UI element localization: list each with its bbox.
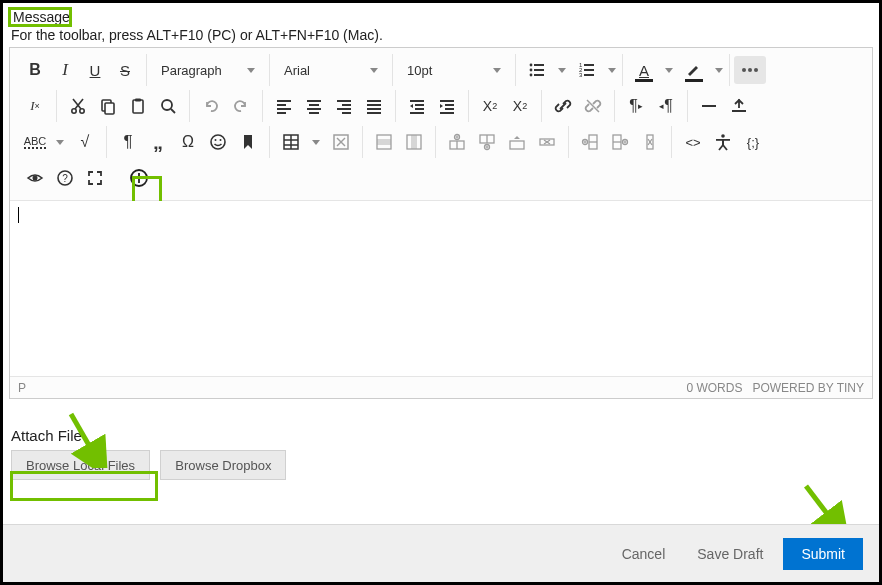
svg-rect-10 (584, 64, 594, 66)
redo-button[interactable] (226, 92, 256, 120)
svg-point-102 (33, 176, 38, 181)
svg-point-16 (748, 68, 752, 72)
svg-point-26 (162, 100, 172, 110)
bookmark-button[interactable] (233, 128, 263, 156)
editor-textarea[interactable] (10, 201, 872, 376)
delete-table-button[interactable] (326, 128, 356, 156)
insert-row-above-button[interactable] (442, 128, 472, 156)
svg-rect-32 (307, 100, 321, 102)
svg-rect-54 (702, 105, 716, 107)
special-char-button[interactable]: Ω (173, 128, 203, 156)
spellcheck-button[interactable]: ABC (20, 128, 50, 156)
align-center-button[interactable] (299, 92, 329, 120)
align-left-button[interactable] (269, 92, 299, 120)
paragraph-mark-button[interactable]: ¶ (113, 128, 143, 156)
svg-rect-49 (445, 104, 454, 106)
table-row-button[interactable] (369, 128, 399, 156)
help-button[interactable]: ? (50, 164, 80, 192)
delete-row-button[interactable] (532, 128, 562, 156)
footer-bar: Cancel Save Draft Submit (3, 524, 879, 582)
fullscreen-button[interactable] (80, 164, 110, 192)
number-list-button[interactable]: 123 (572, 56, 602, 84)
code-button[interactable]: <> (678, 128, 708, 156)
svg-rect-68 (411, 135, 417, 149)
link-button[interactable] (548, 92, 578, 120)
paragraph-select[interactable]: Paragraph (153, 56, 263, 84)
formula-button[interactable]: √ (70, 128, 100, 156)
text-color-button[interactable]: A (629, 56, 659, 84)
rtl-button[interactable]: ◂¶ (651, 92, 681, 120)
insert-col-right-button[interactable] (605, 128, 635, 156)
font-size-select[interactable]: 10pt (399, 56, 509, 84)
svg-point-17 (754, 68, 758, 72)
svg-rect-34 (307, 108, 321, 110)
italic-button[interactable]: I (50, 56, 80, 84)
indent-button[interactable] (432, 92, 462, 120)
text-cursor (18, 207, 19, 223)
save-draft-button[interactable]: Save Draft (685, 538, 775, 570)
delete-col-button[interactable] (635, 128, 665, 156)
find-button[interactable] (153, 92, 183, 120)
svg-point-3 (530, 64, 533, 67)
strikethrough-button[interactable]: S (110, 56, 140, 84)
paste-button[interactable] (123, 92, 153, 120)
cut-button[interactable] (63, 92, 93, 120)
browse-local-files-button[interactable]: Browse Local Files (11, 450, 150, 480)
preview-button[interactable] (20, 164, 50, 192)
insert-row-below-button[interactable] (472, 128, 502, 156)
highlight-color-caret[interactable] (715, 68, 723, 73)
svg-point-15 (742, 68, 746, 72)
underline-button[interactable]: U (80, 56, 110, 84)
text-color-caret[interactable] (665, 68, 673, 73)
bullet-list-button[interactable] (522, 56, 552, 84)
svg-rect-50 (445, 108, 454, 110)
copy-button[interactable] (93, 92, 123, 120)
browse-dropbox-button[interactable]: Browse Dropbox (160, 450, 286, 480)
svg-rect-35 (309, 112, 319, 114)
ltr-button[interactable]: ¶▸ (621, 92, 651, 120)
svg-rect-55 (732, 110, 746, 112)
bold-button[interactable]: B (20, 56, 50, 84)
bullet-list-caret[interactable] (558, 68, 566, 73)
table-button[interactable] (276, 128, 306, 156)
cancel-button[interactable]: Cancel (610, 538, 678, 570)
emoji-button[interactable] (203, 128, 233, 156)
svg-rect-43 (367, 112, 381, 114)
svg-rect-33 (309, 104, 319, 106)
hr-button[interactable] (694, 92, 724, 120)
more-button[interactable] (734, 56, 766, 84)
font-size-label: 10pt (407, 63, 432, 78)
svg-point-7 (530, 74, 533, 77)
table-col-button[interactable] (399, 128, 429, 156)
unlink-button[interactable] (578, 92, 608, 120)
spellcheck-caret[interactable] (56, 140, 64, 145)
svg-rect-6 (534, 69, 544, 71)
outdent-button[interactable] (402, 92, 432, 120)
svg-line-27 (171, 109, 175, 113)
svg-rect-37 (342, 104, 351, 106)
add-content-button[interactable] (124, 164, 154, 192)
number-list-caret[interactable] (608, 68, 616, 73)
font-family-select[interactable]: Arial (276, 56, 386, 84)
submit-button[interactable]: Submit (783, 538, 863, 570)
table-caret[interactable] (312, 140, 320, 145)
highlight-color-button[interactable] (679, 56, 709, 84)
insert-col-left-button[interactable] (575, 128, 605, 156)
accessibility-button[interactable] (708, 128, 738, 156)
clear-format-button[interactable]: I× (20, 92, 50, 120)
subscript-button[interactable]: X2 (505, 92, 535, 120)
svg-rect-14 (584, 74, 594, 76)
powered-by: POWERED BY TINY (752, 381, 864, 395)
align-right-button[interactable] (329, 92, 359, 120)
undo-button[interactable] (196, 92, 226, 120)
rich-text-editor: B I U S Paragraph Arial 1 (9, 47, 873, 399)
code-block-button[interactable]: {;} (738, 128, 768, 156)
svg-line-2 (806, 486, 838, 528)
align-justify-button[interactable] (359, 92, 389, 120)
svg-point-97 (721, 134, 725, 138)
svg-rect-30 (277, 108, 291, 110)
move-row-up-button[interactable] (502, 128, 532, 156)
superscript-button[interactable]: X2 (475, 92, 505, 120)
insert-file-button[interactable] (724, 92, 754, 120)
blockquote-button[interactable]: „ (143, 128, 173, 156)
